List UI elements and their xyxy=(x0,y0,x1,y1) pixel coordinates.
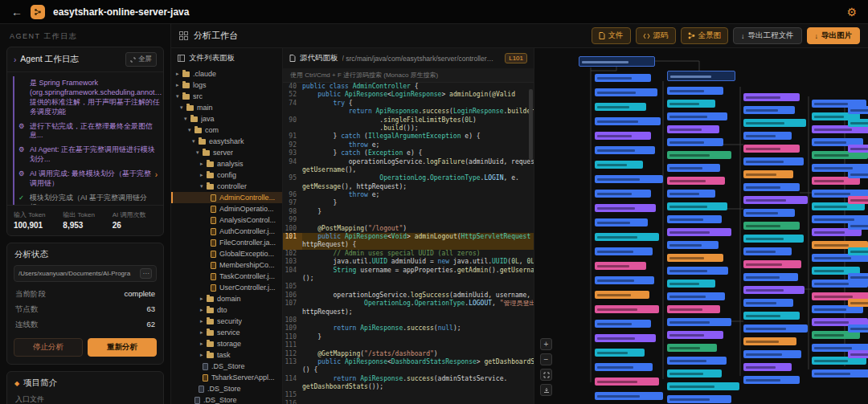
graph-node[interactable] xyxy=(667,125,719,133)
graph-node[interactable] xyxy=(743,350,801,358)
tree-file-filecontroller-ja[interactable]: FileController.ja... xyxy=(171,237,282,248)
code-line[interactable]: 103 java.util.UUID adminUuid = new java.… xyxy=(283,258,534,266)
log-entry[interactable]: ⚙AI 调用完成: 最终模块划分（基于完整调用链）› xyxy=(17,167,162,191)
tree-folder-src[interactable]: ▾src xyxy=(171,91,282,102)
graph-node[interactable] xyxy=(667,190,715,198)
graph-node[interactable] xyxy=(848,247,868,255)
graph-node[interactable] xyxy=(667,267,728,275)
tree-file-ds-store[interactable]: .DS_Store xyxy=(171,383,282,394)
graph-node[interactable] xyxy=(667,305,720,313)
tree-file-admincontrolle[interactable]: AdminControlle... xyxy=(171,192,282,203)
code-line[interactable]: 106 operationLogService.logSuccess(admin… xyxy=(283,292,534,300)
graph-node[interactable] xyxy=(595,262,646,270)
graph-node[interactable] xyxy=(667,164,720,172)
graph-node[interactable] xyxy=(743,93,800,101)
stop-analysis-button[interactable]: 停止分析 xyxy=(14,338,83,357)
code-line[interactable]: 111 xyxy=(283,341,534,349)
tree-file-tsharkserverappl[interactable]: TsharkServerAppl... xyxy=(171,372,282,383)
graph-node[interactable] xyxy=(595,132,651,140)
graph-node[interactable] xyxy=(595,305,659,313)
graph-node[interactable] xyxy=(667,71,735,81)
graph-node[interactable] xyxy=(743,376,800,384)
graph-node[interactable] xyxy=(743,363,792,371)
graph-node[interactable] xyxy=(595,175,663,183)
tree-file-membershipco[interactable]: MembershipCo... xyxy=(171,259,282,271)
tree-folder-security[interactable]: ▸security xyxy=(171,316,282,327)
rerun-analysis-button[interactable]: 重新分析 xyxy=(88,338,157,357)
code-line[interactable]: 52 public ApiResponse<LoginResponse> adm… xyxy=(283,91,534,99)
graph-node[interactable] xyxy=(667,177,725,185)
code-line[interactable]: httpRequest); xyxy=(283,308,534,316)
tree-folder-storage[interactable]: ▸storage xyxy=(171,338,282,349)
tree-folder-domain[interactable]: ▸domain xyxy=(171,293,282,304)
graph-node[interactable] xyxy=(743,312,800,320)
tree-folder-analysis[interactable]: ▸analysis xyxy=(171,158,282,169)
graph-node[interactable] xyxy=(848,145,868,153)
graph-node[interactable] xyxy=(595,204,656,212)
code-line[interactable]: 94 operationLogService.logFailure(adminU… xyxy=(283,158,534,166)
graph-node[interactable] xyxy=(743,222,800,230)
graph-node[interactable] xyxy=(595,349,645,357)
graph-node[interactable] xyxy=(743,235,804,243)
settings-gear-icon[interactable]: ⚙ xyxy=(846,6,857,18)
graph-node[interactable] xyxy=(667,344,717,352)
graph-node[interactable] xyxy=(667,318,731,326)
export-project-button[interactable]: ↓ 导出工程文件 xyxy=(733,27,802,44)
code-line[interactable]: 98 } xyxy=(283,208,534,216)
code-line[interactable]: 91 } catch (IllegalArgumentException e) … xyxy=(283,133,534,141)
graph-node[interactable] xyxy=(848,119,868,127)
code-line[interactable]: 90 .singleFileLimitBytes(0L) xyxy=(283,116,534,124)
path-more-button[interactable]: ⋯ xyxy=(140,268,152,279)
tree-file-ds-store[interactable]: .DS_Store xyxy=(171,394,282,404)
fit-view-button[interactable] xyxy=(540,369,552,381)
graph-node[interactable] xyxy=(812,369,868,377)
tree-file-globalexceptio[interactable]: GlobalExceptio... xyxy=(171,248,282,259)
graph-node[interactable] xyxy=(848,273,868,281)
graph-node[interactable] xyxy=(667,331,723,339)
chevron-right-icon[interactable]: › xyxy=(155,169,158,189)
graph-node[interactable] xyxy=(667,254,723,262)
graph-node[interactable] xyxy=(667,395,731,403)
graph-node[interactable] xyxy=(595,291,649,299)
graph-node[interactable] xyxy=(667,292,725,300)
tree-folder-dto[interactable]: ▸dto xyxy=(171,304,282,316)
graph-node[interactable] xyxy=(743,145,800,153)
code-editor[interactable]: 40public class AdminController {52 publi… xyxy=(283,83,534,404)
graph-node[interactable] xyxy=(595,233,659,241)
graph-node[interactable] xyxy=(595,392,663,400)
code-line[interactable]: 110 } xyxy=(283,333,534,341)
graph-node[interactable] xyxy=(743,132,792,140)
graph-node[interactable] xyxy=(595,218,648,226)
graph-node[interactable] xyxy=(667,87,723,95)
graph-node[interactable] xyxy=(595,117,661,125)
graph-node[interactable] xyxy=(743,157,804,165)
tree-folder-com[interactable]: ▾com xyxy=(171,124,282,136)
code-line[interactable]: 109 return ApiResponse.success(null); xyxy=(283,324,534,333)
graph-node[interactable] xyxy=(848,350,868,358)
tree-folder-claude[interactable]: ▸.claude xyxy=(171,68,282,80)
tree-file-authcontroller-j[interactable]: AuthController.j... xyxy=(171,226,282,237)
graph-node[interactable] xyxy=(848,106,868,114)
graph-node[interactable] xyxy=(743,183,800,191)
graph-node[interactable] xyxy=(595,88,657,96)
code-line[interactable]: 107 OperationLog.OperationType.LOGOUT, "… xyxy=(283,300,534,308)
graph-node[interactable] xyxy=(743,273,798,281)
code-line[interactable]: 115 xyxy=(283,391,534,399)
files-view-button[interactable]: 文件 xyxy=(592,27,631,44)
code-line[interactable]: 95 OperationLog.OperationType.LOGIN, e. xyxy=(283,174,534,182)
code-line[interactable]: (); xyxy=(283,275,534,283)
graph-node[interactable] xyxy=(743,209,795,217)
graph-node[interactable] xyxy=(595,190,651,198)
graph-node[interactable] xyxy=(743,299,793,307)
tree-folder-server[interactable]: ▾server xyxy=(171,147,282,158)
tree-file-ds-store[interactable]: .DS_Store xyxy=(171,361,282,372)
graph-node[interactable] xyxy=(743,119,806,127)
graph-node[interactable] xyxy=(595,334,656,342)
graph-node[interactable] xyxy=(667,382,739,390)
graph-node[interactable] xyxy=(743,247,792,255)
tree-folder-logs[interactable]: ▸logs xyxy=(171,80,282,91)
code-line[interactable]: 114 return ApiResponse.success(adminStat… xyxy=(283,375,534,383)
back-button[interactable]: ← xyxy=(11,6,23,18)
graph-node[interactable] xyxy=(848,324,868,333)
graph-node[interactable] xyxy=(667,100,715,108)
